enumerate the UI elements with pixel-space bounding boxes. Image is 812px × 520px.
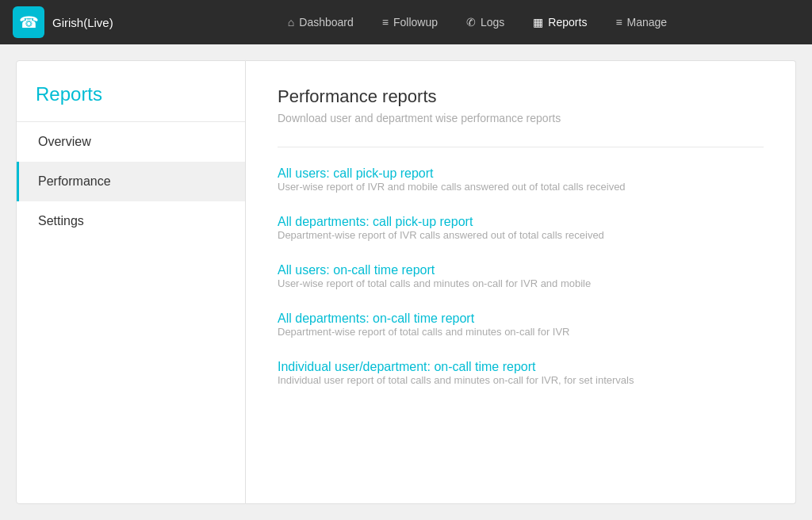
main-nav: ⌂ Dashboard≡ Followup✆ Logs▦ Reports≡ Ma… bbox=[155, 10, 799, 35]
content-subtitle: Download user and department wise perfor… bbox=[278, 112, 764, 124]
nav-item-followup[interactable]: ≡ Followup bbox=[370, 10, 450, 35]
report-item[interactable]: All departments: call pick-up report Dep… bbox=[278, 215, 764, 241]
nav-icon-followup: ≡ bbox=[382, 16, 389, 29]
report-item[interactable]: All departments: on-call time report Dep… bbox=[278, 312, 764, 338]
report-title[interactable]: All departments: call pick-up report bbox=[278, 215, 473, 228]
report-description: User-wise report of total calls and minu… bbox=[278, 277, 764, 289]
main-container: Reports OverviewPerformanceSettings Perf… bbox=[0, 44, 812, 520]
reports-list: All users: call pick-up report User-wise… bbox=[278, 166, 764, 386]
sidebar-item-overview[interactable]: Overview bbox=[17, 122, 245, 162]
sidebar: Reports OverviewPerformanceSettings bbox=[16, 60, 246, 504]
report-description: Department-wise report of total calls an… bbox=[278, 326, 764, 338]
sidebar-nav: OverviewPerformanceSettings bbox=[17, 122, 245, 241]
report-item[interactable]: All users: on-call time report User-wise… bbox=[278, 263, 764, 289]
report-title[interactable]: All users: call pick-up report bbox=[278, 166, 434, 180]
report-description: Department-wise report of IVR calls answ… bbox=[278, 229, 764, 241]
nav-icon-reports: ▦ bbox=[533, 16, 543, 29]
report-title[interactable]: All users: on-call time report bbox=[278, 263, 435, 277]
nav-icon-manage: ≡ bbox=[615, 16, 622, 29]
header: ☎ Girish(Live) ⌂ Dashboard≡ Followup✆ Lo… bbox=[0, 0, 812, 44]
logo-icon: ☎ bbox=[13, 6, 44, 38]
brand: ☎ Girish(Live) bbox=[13, 6, 155, 38]
nav-icon-dashboard: ⌂ bbox=[288, 16, 294, 29]
report-description: Individual user report of total calls an… bbox=[278, 374, 764, 386]
content-area: Performance reports Download user and de… bbox=[246, 60, 796, 504]
nav-item-reports[interactable]: ▦ Reports bbox=[520, 10, 599, 35]
nav-label: Dashboard bbox=[299, 16, 354, 29]
sidebar-item-performance[interactable]: Performance bbox=[17, 162, 245, 201]
nav-icon-logs: ✆ bbox=[466, 16, 476, 29]
content-divider bbox=[278, 147, 764, 147]
nav-label: Reports bbox=[548, 16, 587, 29]
nav-label: Manage bbox=[627, 16, 668, 29]
report-description: User-wise report of IVR and mobile calls… bbox=[278, 181, 764, 193]
nav-label: Logs bbox=[481, 16, 504, 29]
nav-item-logs[interactable]: ✆ Logs bbox=[454, 10, 517, 35]
sidebar-item-settings[interactable]: Settings bbox=[17, 201, 245, 241]
nav-item-dashboard[interactable]: ⌂ Dashboard bbox=[275, 10, 366, 35]
brand-name: Girish(Live) bbox=[52, 16, 113, 29]
report-title[interactable]: Individual user/department: on-call time… bbox=[278, 360, 536, 373]
report-title[interactable]: All departments: on-call time report bbox=[278, 312, 474, 325]
report-item[interactable]: Individual user/department: on-call time… bbox=[278, 360, 764, 386]
content-title: Performance reports bbox=[278, 86, 764, 107]
nav-label: Followup bbox=[393, 16, 438, 29]
nav-item-manage[interactable]: ≡ Manage bbox=[603, 10, 680, 35]
report-item[interactable]: All users: call pick-up report User-wise… bbox=[278, 166, 764, 193]
sidebar-title: Reports bbox=[17, 61, 245, 121]
